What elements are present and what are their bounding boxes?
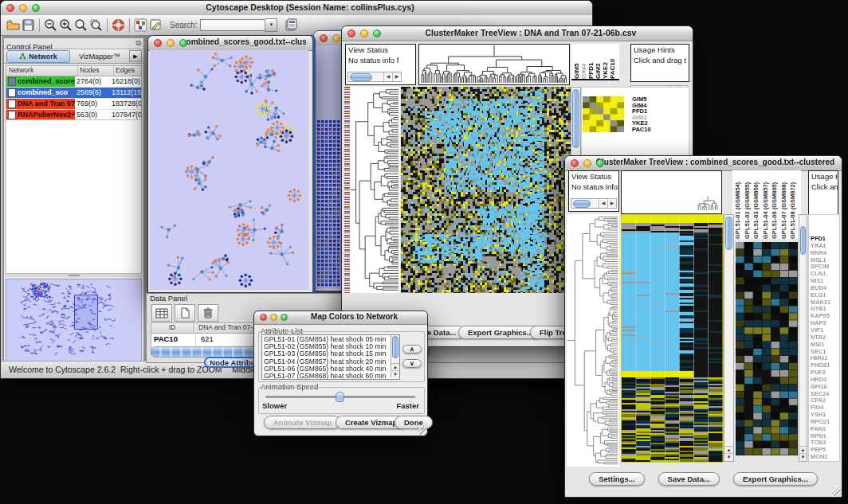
network1-titlebar[interactable]: combined_scores_good.txt--cluste... (148, 36, 312, 51)
close-button[interactable] (6, 4, 14, 12)
array-label[interactable]: GPL51-01 (GSM854) (734, 172, 744, 239)
array-label[interactable]: PFD1 (587, 44, 595, 79)
done-button[interactable]: Done (395, 416, 433, 429)
float-panel-icon[interactable]: ⧉ (136, 39, 141, 48)
attribute-table-icon[interactable] (151, 304, 172, 322)
tv1-gene-dendrogram[interactable] (350, 87, 400, 293)
new-attribute-icon[interactable] (175, 304, 195, 322)
minimize-button[interactable] (583, 159, 591, 167)
attribute-listbox[interactable]: GPL51-01 (GSM854) heat shock 05 minGPL51… (261, 334, 400, 380)
scroll-down-icon[interactable]: ▼ (799, 453, 807, 461)
array-label[interactable]: PAC10 (609, 44, 616, 79)
col-edges[interactable]: Edges (114, 66, 141, 76)
zoom-out-icon[interactable] (43, 18, 58, 32)
scroll-left-icon[interactable]: ◀ (599, 199, 607, 208)
network-row[interactable]: DNA and Tran 07 769(0) 183728(0) (6, 99, 141, 110)
annotation-icon[interactable] (148, 18, 163, 32)
tv1-array-dendrogram[interactable] (418, 44, 570, 85)
dialog-titlebar[interactable]: Map Colors to Network (254, 311, 427, 325)
import-table-icon[interactable] (284, 18, 299, 32)
animate-vizmap-button[interactable]: Animate Vizmap (264, 416, 341, 429)
scrollbar-thumb[interactable] (725, 217, 732, 250)
minimize-button[interactable] (332, 34, 340, 42)
open-folder-icon[interactable] (6, 18, 21, 32)
scrollbar-thumb[interactable] (392, 336, 398, 358)
zoom-window-button[interactable] (596, 159, 604, 167)
search-dropdown-button[interactable]: ▼ (265, 18, 277, 32)
animation-speed-slider[interactable] (265, 396, 415, 398)
zoom-selected-icon[interactable] (88, 18, 104, 32)
minimize-button[interactable] (19, 4, 27, 12)
array-label[interactable]: YKE2 (602, 44, 609, 79)
zoom-window-button[interactable] (32, 4, 40, 12)
tv2-gene-dendrogram[interactable] (567, 214, 619, 467)
scroll-right-icon[interactable]: ▶ (607, 199, 616, 208)
close-button[interactable] (154, 39, 162, 47)
col-network[interactable]: Network (6, 66, 78, 76)
attribute-item[interactable]: GPL51-07 (GSM868) heat shock 60 min (264, 373, 398, 380)
scrollbar-thumb[interactable] (573, 200, 591, 208)
close-button[interactable] (347, 29, 355, 37)
main-titlebar[interactable]: Cytoscape Desktop (Session Name: collins… (1, 1, 592, 16)
gene-label[interactable]: PAC10 (632, 127, 651, 133)
slider-thumb[interactable] (336, 392, 344, 402)
zoom-fit-icon[interactable] (73, 18, 88, 32)
tv2-status-scrollbar[interactable]: ◀ ▶ (571, 198, 617, 209)
resize-grip[interactable] (832, 487, 841, 496)
scroll-left-icon[interactable]: ◀ (383, 72, 392, 81)
scroll-right-icon[interactable]: ▶ (392, 72, 401, 81)
array-label[interactable]: GPL51-03 (GSM856) (752, 172, 762, 239)
delete-attribute-trash-icon[interactable] (198, 304, 218, 322)
scroll-down-icon[interactable]: ▼ (391, 370, 399, 378)
close-button[interactable] (320, 34, 328, 42)
treeview2-titlebar[interactable]: ClusterMaker TreeView : combined_scores_… (565, 156, 842, 171)
network1-canvas[interactable] (150, 50, 308, 290)
save-icon[interactable] (21, 18, 36, 32)
zoom-window-button[interactable] (179, 39, 187, 47)
tab-network[interactable]: Network (6, 50, 70, 63)
network-row[interactable]: combined_scores 2764(0) 16218(0) (6, 76, 141, 88)
birdseye-selection-rect[interactable] (74, 295, 98, 330)
search-input[interactable] (200, 19, 265, 31)
tv1-zoom-matrix[interactable] (583, 96, 624, 132)
array-label[interactable]: GPL51-06 (GSM865) (771, 172, 780, 239)
birdseye-canvas[interactable] (6, 279, 134, 361)
scrollbar-thumb[interactable] (350, 73, 372, 81)
tab-overflow-button[interactable]: ▶ (129, 50, 142, 62)
gene-label[interactable]: MON2 (811, 454, 839, 461)
treeview1-titlebar[interactable]: ClusterMaker TreeView : DNA and Tran 07-… (342, 26, 693, 41)
array-label[interactable]: GPL51-07 (GSM868) (780, 172, 790, 239)
attribute-list-vscrollbar[interactable]: ▲ ▼ (391, 335, 399, 377)
resize-grip[interactable] (418, 426, 426, 435)
tv2-zoom-vscrollbar[interactable]: ▲ ▼ (799, 214, 807, 462)
treeview-action-button[interactable]: Save Data... (658, 472, 720, 486)
minimize-button[interactable] (360, 29, 368, 37)
help-lifesaver-icon[interactable] (111, 18, 126, 32)
zoom-window-button[interactable] (281, 314, 288, 321)
treeview-action-button[interactable]: Settings... (589, 472, 644, 486)
network-overview-icon[interactable] (133, 18, 148, 32)
panel-splitter[interactable] (6, 274, 142, 277)
network-row[interactable]: combined_sco 2569(6) 13112(15) (6, 88, 141, 99)
array-label[interactable]: GPL51-04 (GSM857) (762, 172, 771, 239)
tv2-zoom-heatmap[interactable] (736, 242, 798, 455)
treeview-action-button[interactable]: Export Graphics... (733, 472, 818, 486)
tv1-heatmap[interactable] (401, 87, 571, 293)
move-up-button[interactable]: ∧ (402, 345, 422, 354)
minimize-button[interactable] (167, 39, 175, 47)
array-label[interactable]: GIM3 (595, 44, 602, 79)
minimize-button[interactable] (270, 314, 277, 321)
close-button[interactable] (260, 314, 267, 321)
array-label[interactable]: GPL51-02 (GSM855) (744, 172, 753, 239)
array-label[interactable]: GIM5 (573, 44, 580, 79)
zoom-window-button[interactable] (373, 29, 381, 37)
tv2-heatmap-vscrollbar[interactable]: ▲ ▼ (724, 214, 734, 462)
array-label[interactable]: GPL51-08 (GSM872) (789, 172, 799, 239)
array-label[interactable]: GIM4 (580, 44, 587, 79)
tv1-status-scrollbar[interactable]: ◀ ▶ (347, 72, 402, 82)
zoom-in-icon[interactable] (58, 18, 73, 32)
tv2-heatmap[interactable] (621, 214, 724, 463)
birdseye-panel[interactable] (6, 279, 142, 361)
col-nodes[interactable]: Nodes (78, 66, 114, 76)
tab-vizmapper[interactable]: VizMapper™ (70, 53, 129, 61)
